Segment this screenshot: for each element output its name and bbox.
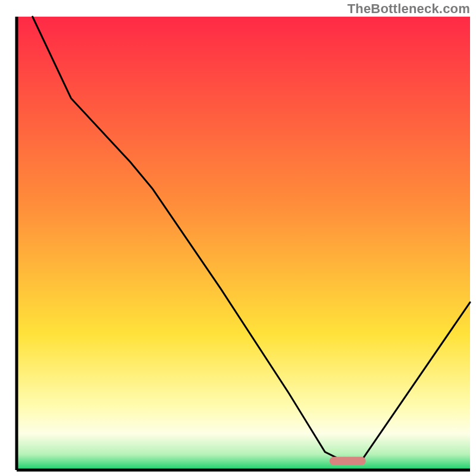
optimum-marker xyxy=(330,457,366,465)
watermark-text: TheBottleneck.com xyxy=(347,1,470,17)
chart-container: TheBottleneck.com xyxy=(0,0,476,476)
bottleneck-chart xyxy=(0,0,476,476)
